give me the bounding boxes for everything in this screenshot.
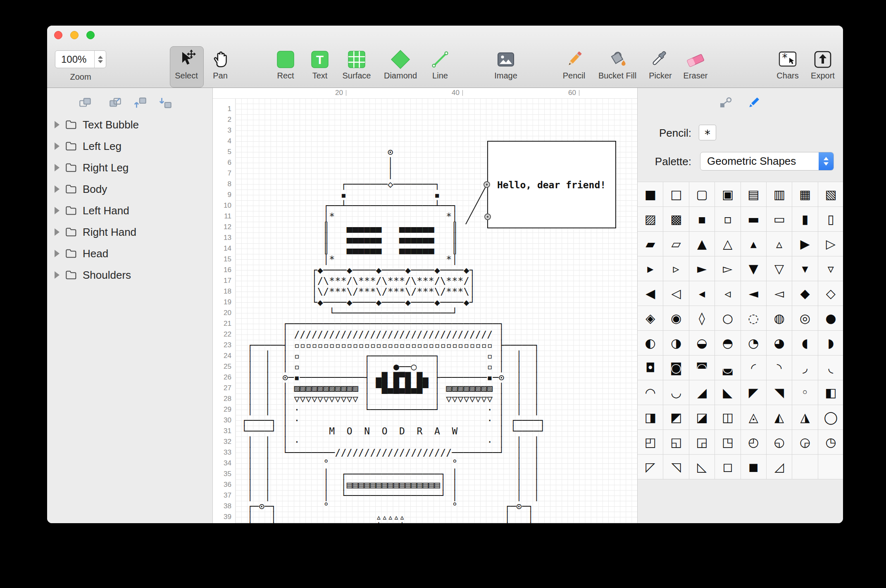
zoom-stepper[interactable] (94, 51, 106, 68)
palette-glyph[interactable]: ► (689, 256, 715, 281)
tool-image[interactable]: Image (483, 46, 529, 87)
palette-glyph[interactable]: ◤ (741, 380, 766, 405)
palette-glyph[interactable]: ▯ (818, 207, 843, 231)
palette-glyph[interactable]: ◵ (767, 430, 792, 454)
minimize-button[interactable] (70, 31, 79, 39)
palette-glyph[interactable]: ◛ (715, 356, 740, 380)
palette-dropdown[interactable]: Geometric Shapes (700, 152, 834, 171)
palette-glyph[interactable]: ◱ (663, 430, 688, 454)
zoom-control[interactable]: 100% (55, 50, 106, 68)
palette-glyph[interactable]: ▰ (638, 232, 663, 256)
palette-glyph[interactable]: ◩ (663, 405, 688, 429)
palette-glyph[interactable]: ◞ (792, 356, 817, 380)
palette-glyph[interactable]: ▤ (741, 182, 766, 206)
palette-glyph[interactable]: ◓ (715, 331, 740, 355)
layer-row[interactable]: Left Leg (47, 135, 212, 157)
palette-glyph[interactable]: ▷ (818, 232, 843, 256)
tool-select[interactable]: Select (164, 46, 209, 87)
disclosure-triangle-icon[interactable] (55, 228, 60, 236)
palette-glyph[interactable]: ◥ (767, 380, 792, 405)
palette-glyph[interactable]: ▭ (767, 207, 792, 231)
palette-glyph[interactable]: ▣ (715, 182, 740, 206)
palette-glyph[interactable]: ▩ (663, 207, 688, 231)
palette-glyph[interactable]: ◒ (689, 331, 715, 355)
tool-eraser[interactable]: Eraser (673, 46, 718, 87)
bring-forward-icon[interactable] (133, 96, 148, 109)
tool-pan[interactable]: Pan (198, 46, 243, 87)
palette-glyph[interactable]: ◔ (741, 331, 766, 355)
layer-row[interactable]: Left Hand (47, 200, 212, 221)
palette-glyph[interactable]: ◑ (663, 331, 688, 355)
palette-glyph[interactable]: ■ (638, 182, 663, 206)
palette-glyph[interactable]: ◈ (638, 306, 663, 330)
palette-glyph[interactable]: ◫ (715, 405, 740, 429)
palette-glyph[interactable]: ◼ (741, 455, 766, 479)
tool-bucket-fill[interactable]: Bucket Fill (595, 46, 640, 87)
tool-pencil[interactable]: Pencil (551, 46, 597, 87)
palette-glyph[interactable]: ▢ (689, 182, 715, 206)
layer-row[interactable]: Head (47, 243, 212, 264)
palette-glyph[interactable]: ▶ (792, 232, 817, 256)
palette-glyph[interactable]: ◙ (663, 356, 688, 380)
palette-glyph[interactable]: ◷ (818, 430, 843, 454)
palette-glyph[interactable]: ◉ (663, 306, 688, 330)
palette-glyph[interactable]: ◅ (767, 281, 792, 306)
layer-row[interactable]: Right Hand (47, 221, 212, 243)
palette-glyph[interactable]: ◻ (715, 455, 740, 479)
palette-glyph[interactable]: ◰ (638, 430, 663, 454)
palette-glyph[interactable]: ◊ (689, 306, 715, 330)
palette-glyph[interactable]: ▲ (689, 232, 715, 256)
layer-row[interactable]: Shoulders (47, 264, 212, 286)
palette-glyph[interactable]: ▹ (663, 256, 688, 281)
palette-glyph[interactable]: ◨ (638, 405, 663, 429)
palette-glyph[interactable]: ◹ (663, 455, 688, 479)
palette-glyph[interactable]: ◁ (663, 281, 688, 306)
palette-glyph[interactable]: ▽ (767, 256, 792, 281)
palette-glyph[interactable]: ◗ (818, 331, 843, 355)
palette-glyph[interactable]: ◯ (818, 405, 843, 429)
palette-glyph[interactable]: ▿ (818, 256, 843, 281)
palette-glyph[interactable]: ◃ (715, 281, 740, 306)
palette-glyph[interactable]: ◂ (689, 281, 715, 306)
palette-glyph[interactable]: ▴ (741, 232, 766, 256)
zoom-increase-icon[interactable] (98, 56, 103, 59)
tool-diamond[interactable]: Diamond (378, 46, 423, 87)
palette-glyph[interactable]: ◶ (792, 430, 817, 454)
palette-glyph[interactable]: ◸ (638, 455, 663, 479)
palette-glyph[interactable]: ◌ (741, 306, 766, 330)
disclosure-triangle-icon[interactable] (55, 185, 60, 193)
palette-glyph[interactable]: ▱ (663, 232, 688, 256)
palette-glyph[interactable]: ▥ (767, 182, 792, 206)
palette-glyph[interactable]: ◇ (818, 281, 843, 306)
palette-glyph[interactable]: ▾ (792, 256, 817, 281)
palette-glyph[interactable]: ▼ (741, 256, 766, 281)
palette-glyph[interactable]: ◴ (741, 430, 766, 454)
palette-glyph[interactable]: ▵ (767, 232, 792, 256)
palette-glyph[interactable]: ▻ (715, 256, 740, 281)
disclosure-triangle-icon[interactable] (55, 142, 60, 150)
palette-glyph[interactable]: ▨ (638, 207, 663, 231)
palette-glyph[interactable]: ◎ (792, 306, 817, 330)
palette-glyph[interactable]: ◬ (741, 405, 766, 429)
palette-glyph[interactable]: ◖ (792, 331, 817, 355)
palette-glyph[interactable]: ▮ (792, 207, 817, 231)
palette-glyph[interactable]: ◺ (689, 455, 715, 479)
palette-glyph[interactable]: ▦ (792, 182, 817, 206)
tool-line[interactable]: Line (417, 46, 463, 87)
layer-row[interactable]: Body (47, 178, 212, 200)
palette-glyph[interactable]: ◚ (689, 356, 715, 380)
disclosure-triangle-icon[interactable] (55, 121, 60, 128)
palette-glyph[interactable]: ◭ (767, 405, 792, 429)
close-button[interactable] (54, 31, 62, 39)
palette-glyph[interactable]: ◿ (767, 455, 792, 479)
palette-glyph[interactable]: ◝ (767, 356, 792, 380)
palette-glyph[interactable]: ▪ (689, 207, 715, 231)
palette-glyph[interactable]: ◦ (792, 380, 817, 405)
layer-row[interactable]: Text Bubble (47, 114, 212, 135)
palette-glyph[interactable]: ◢ (689, 380, 715, 405)
palette-glyph[interactable]: ▫ (715, 207, 740, 231)
shape-inspector-tab[interactable] (719, 96, 733, 110)
palette-glyph[interactable]: △ (715, 232, 740, 256)
palette-glyph[interactable]: ◧ (818, 380, 843, 405)
disclosure-triangle-icon[interactable] (55, 250, 60, 257)
